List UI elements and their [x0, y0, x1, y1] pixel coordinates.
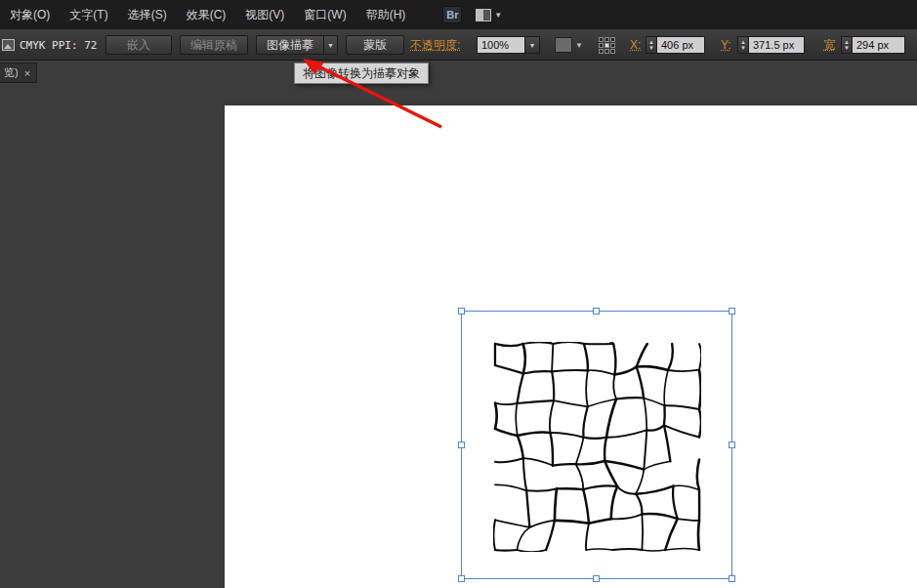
- menu-bar: 对象(O) 文字(T) 选择(S) 效果(C) 视图(V) 窗口(W) 帮助(H…: [0, 0, 917, 29]
- chevron-down-icon: ▼: [494, 11, 502, 20]
- menu-type[interactable]: 文字(T): [60, 0, 117, 29]
- y-input[interactable]: 371.5 px: [748, 36, 805, 54]
- document-tab-label: 览): [4, 65, 19, 80]
- opacity-dropdown-icon[interactable]: ▼: [525, 36, 540, 54]
- arrange-documents-button[interactable]: ▼: [476, 9, 502, 21]
- style-thumbnail-icon[interactable]: [555, 37, 572, 53]
- y-label[interactable]: Y:: [721, 38, 731, 52]
- placed-crackle-image[interactable]: [493, 342, 701, 552]
- bridge-icon[interactable]: Br: [442, 6, 462, 23]
- document-tab[interactable]: 览) ×: [0, 63, 37, 83]
- menu-help[interactable]: 帮助(H): [356, 0, 416, 29]
- x-input[interactable]: 406 px: [656, 36, 705, 54]
- y-stepper[interactable]: ▲▼: [737, 36, 748, 54]
- document-canvas: 览) ×: [0, 61, 917, 588]
- image-trace-button[interactable]: 图像描摹: [256, 35, 324, 55]
- selection-handle-sw[interactable]: [458, 575, 465, 582]
- x-stepper[interactable]: ▲▼: [646, 36, 656, 54]
- edit-original-button[interactable]: 编辑原稿: [180, 35, 248, 55]
- linked-image-icon: [2, 39, 15, 51]
- image-trace-tooltip: 将图像转换为描摹对象: [294, 63, 429, 84]
- close-icon[interactable]: ×: [24, 67, 30, 79]
- menu-view[interactable]: 视图(V): [235, 0, 294, 29]
- width-input[interactable]: 294 px: [852, 36, 905, 54]
- selection-handle-nw[interactable]: [458, 308, 465, 315]
- width-label[interactable]: 宽: [823, 37, 835, 54]
- image-status-text: CMYK PPI: 72: [20, 39, 97, 52]
- opacity-label[interactable]: 不透明度:: [410, 37, 460, 54]
- width-stepper[interactable]: ▲▼: [841, 36, 852, 54]
- selection-handle-s[interactable]: [593, 575, 600, 582]
- menu-effect[interactable]: 效果(C): [177, 0, 236, 29]
- illustrator-window: 对象(O) 文字(T) 选择(S) 效果(C) 视图(V) 窗口(W) 帮助(H…: [0, 0, 917, 588]
- selection-handle-n[interactable]: [593, 308, 600, 315]
- menu-select[interactable]: 选择(S): [118, 0, 177, 29]
- mask-button[interactable]: 蒙版: [346, 35, 404, 55]
- reference-point-locator[interactable]: [599, 37, 615, 54]
- menu-object[interactable]: 对象(O): [0, 0, 60, 29]
- selection-handle-se[interactable]: [729, 575, 735, 582]
- chevron-down-icon[interactable]: ▼: [575, 41, 583, 50]
- embed-button[interactable]: 嵌入: [105, 35, 172, 55]
- selection-handle-e[interactable]: [729, 441, 735, 448]
- control-bar: CMYK PPI: 72 嵌入 编辑原稿 图像描摹 ▼ 蒙版 不透明度: 100…: [0, 29, 917, 61]
- arrange-documents-icon: [476, 9, 491, 21]
- image-trace-dropdown-icon[interactable]: ▼: [324, 35, 338, 55]
- selection-handle-ne[interactable]: [729, 308, 735, 315]
- x-label[interactable]: X:: [630, 38, 641, 52]
- menu-window[interactable]: 窗口(W): [294, 0, 355, 29]
- selection-handle-w[interactable]: [458, 441, 465, 448]
- opacity-input[interactable]: 100%: [477, 36, 525, 54]
